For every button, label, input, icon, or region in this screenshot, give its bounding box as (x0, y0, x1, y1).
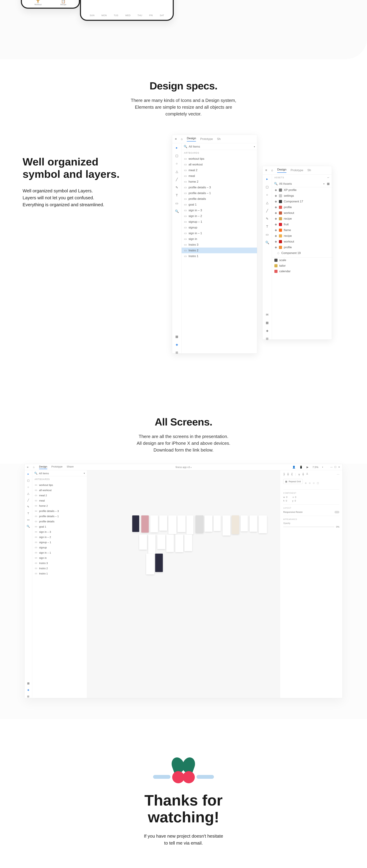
zoom-icon[interactable]: 🔍 (175, 209, 179, 213)
list-item[interactable]: ◆workout (272, 210, 332, 216)
play-icon[interactable]: ▶ (307, 466, 309, 469)
line-icon[interactable]: ╱ (266, 209, 268, 213)
tab-design[interactable]: Design (277, 168, 286, 173)
artboard-thumb[interactable] (141, 516, 149, 533)
line-icon[interactable]: ╱ (176, 178, 178, 181)
menu-icon[interactable]: ≡ (175, 137, 177, 141)
search-row[interactable]: 🔍 All Items ▾ (181, 144, 257, 150)
maximize-icon[interactable]: ☐ (334, 466, 336, 468)
artboard-thumb[interactable] (155, 554, 163, 572)
artboard-icon[interactable]: ▭ (27, 518, 30, 521)
artboard-thumb[interactable] (185, 534, 192, 551)
list-item[interactable]: ▭Instro 1 (32, 571, 87, 576)
menu-icon[interactable]: ≡ (265, 168, 267, 172)
artboard-thumb[interactable] (150, 516, 158, 532)
list-item[interactable]: ▭profile details – 3 (181, 185, 257, 190)
ellipse-icon[interactable]: ○ (176, 162, 178, 165)
pen-icon[interactable]: ✎ (175, 186, 178, 189)
search-row[interactable]: 🔍 All Assets ▾ ▦ (272, 181, 332, 187)
device-icon[interactable]: 📱 (300, 466, 303, 469)
list-item[interactable]: ▭sign in – 1 (181, 230, 257, 236)
polygon-icon[interactable]: △ (176, 169, 178, 174)
artboard-thumb[interactable] (148, 534, 156, 554)
artboard-thumb[interactable] (259, 516, 267, 533)
home-icon[interactable]: ⌂ (271, 168, 273, 172)
text-icon[interactable]: T (27, 512, 29, 515)
artboard-thumb[interactable] (187, 516, 193, 534)
artboard-icon[interactable]: ▭ (175, 202, 178, 205)
plugins-icon[interactable]: ⊞ (175, 351, 178, 354)
artboard-thumb[interactable] (168, 516, 176, 534)
list-item[interactable]: ▭home 2 (32, 503, 87, 508)
list-item[interactable]: ▭profile details – 1 (32, 514, 87, 519)
list-item[interactable]: ▭signup – 1 (32, 539, 87, 545)
text-icon[interactable]: T (266, 225, 268, 228)
ellipse-icon[interactable]: ○ (266, 193, 268, 197)
artboard-thumb[interactable] (223, 516, 230, 535)
artboard-thumb[interactable] (196, 516, 203, 533)
close-icon[interactable]: ✕ (338, 466, 340, 468)
artboard-thumb[interactable] (241, 516, 248, 531)
home-icon[interactable]: ⌂ (33, 466, 35, 469)
artboard-thumb[interactable] (177, 516, 186, 532)
zoom-icon[interactable]: 🔍 (265, 241, 269, 244)
artboard-thumb[interactable] (166, 534, 174, 552)
list-item[interactable]: ◆profile (272, 244, 332, 250)
responsive-toggle[interactable] (335, 511, 339, 513)
list-item[interactable]: ▭sign in – 3 (181, 208, 257, 213)
plugins-icon[interactable]: ⊞ (27, 695, 29, 698)
opacity-slider[interactable] (283, 527, 334, 527)
list-item[interactable]: ◆fruit (272, 221, 332, 227)
artboard-thumb[interactable] (159, 516, 167, 531)
list-item[interactable]: ▭goal 1 (32, 524, 87, 529)
list-item[interactable]: ▭signup (181, 225, 257, 230)
list-item[interactable]: scale (272, 257, 332, 263)
list-item[interactable]: ▭meal 2 (32, 493, 87, 498)
list-item[interactable]: ▭sign in – 1 (32, 550, 87, 555)
polygon-icon[interactable]: △ (27, 492, 29, 495)
list-item[interactable]: calendar (272, 269, 332, 274)
artboard-icon[interactable]: ▭ (266, 232, 269, 237)
tab-share[interactable]: Sh (307, 168, 311, 172)
align-tools[interactable]: ┣╋┫| ┳╋┻ ⋯ (283, 473, 339, 476)
artboard-thumb[interactable] (132, 516, 139, 532)
artboard-thumb[interactable] (175, 534, 183, 552)
pointer-icon[interactable]: ▸ (28, 472, 29, 475)
list-item[interactable]: ▭home 2 (181, 179, 257, 185)
layers-icon[interactable]: ◈ (176, 343, 178, 346)
back-icon[interactable]: ↩ (328, 176, 330, 179)
list-item[interactable]: ▭all workout (181, 162, 257, 167)
artboard-thumb[interactable] (232, 516, 239, 534)
list-item[interactable]: ◆workout (272, 239, 332, 244)
assets-icon[interactable]: ▦ (266, 321, 269, 324)
menu-icon[interactable]: ≡ (27, 466, 28, 469)
list-item[interactable]: ▭all workout (32, 488, 87, 493)
artboard-thumb[interactable] (250, 516, 257, 532)
tab-prototype[interactable]: Prototype (51, 465, 62, 469)
list-item[interactable]: ▭sign in – 2 (181, 213, 257, 219)
list-item[interactable]: ▭Instro 2 (181, 248, 257, 253)
list-item[interactable]: ◇ Component 19 (272, 250, 332, 256)
tab-share[interactable]: Sh (217, 137, 221, 141)
list-item[interactable]: ▭meal 2 (181, 167, 257, 173)
tool-icon[interactable]: ◫ (317, 482, 319, 484)
home-icon[interactable]: ⌂ (181, 137, 182, 141)
rect-icon[interactable]: ▢ (175, 154, 178, 158)
list-item[interactable]: ◆settings (272, 193, 332, 198)
line-icon[interactable]: ╱ (27, 499, 29, 502)
list-item[interactable]: ▭profile details – 3 (32, 508, 87, 514)
list-item[interactable]: ▭meal (181, 173, 257, 179)
pen-icon[interactable]: ✎ (27, 505, 29, 508)
list-item[interactable]: ▭sign in – 2 (32, 534, 87, 539)
list-item[interactable]: ▭sign in (32, 555, 87, 560)
list-item[interactable]: ▭profile details – 1 (181, 190, 257, 196)
minimize-icon[interactable]: — (330, 466, 333, 468)
ellipse-icon[interactable]: ○ (27, 486, 29, 489)
repeat-grid-button[interactable]: ▦ Repeat Grid (283, 479, 303, 484)
zoom-level[interactable]: 7.5% (312, 466, 318, 469)
tab-prototype[interactable]: Prototype (290, 168, 303, 172)
list-item[interactable]: ◆profile (272, 204, 332, 210)
plugins-icon[interactable]: ⊞ (266, 337, 269, 341)
list-item[interactable]: ▭goal 1 (181, 202, 257, 208)
list-item[interactable]: ▭workout tips (32, 482, 87, 488)
